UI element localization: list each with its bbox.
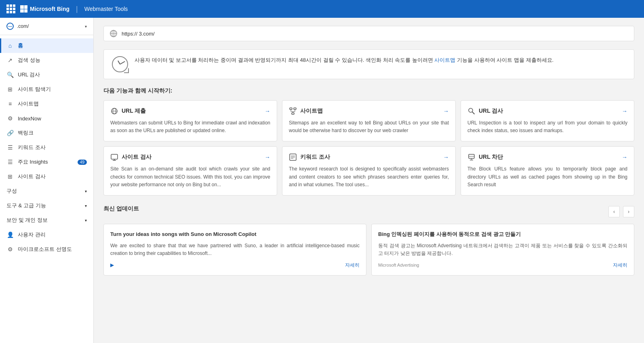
sidebar-item-search-perf-label: 검색 성능 [18,57,40,64]
search-icon: 🔍 [6,71,14,78]
updates-title: 최신 업데이트 [103,205,139,213]
get-started-section: 다음 기능과 함께 시작하기: URL 제출 → Webmasters can … [103,87,634,196]
sidebar-group-tools[interactable]: 도구 & 고급 기능 ▾ [0,198,93,213]
keyword-card-icon [289,153,297,161]
site-scan-card-title: 사이트 검사 [122,154,152,161]
update-1-link[interactable]: 자세히 [345,262,360,269]
sidebar-group-config-label: 구성 [6,187,17,195]
sidebar-item-user-mgmt-label: 사용자 관리 [18,231,46,238]
sidebar-item-url-inspect[interactable]: 🔍 URL 검사 [0,67,93,82]
sidebar-item-ms-clarity[interactable]: ⚙ 마이크로소프트 선명도 [0,242,93,257]
grid-icon: ⊞ [6,86,14,93]
update-2-link[interactable]: 자세히 [613,262,627,269]
clock-icon [112,56,128,72]
info-banner-text: 사용자 데이터 및 보고서를 처리하는 중이며 결과에 반영되기까지 최대 48… [135,56,554,65]
update-2-title: Bing 인덱싱된 페이지를 사용하여 동적으로 검색 광고 만들기 [378,231,627,238]
sidebar-item-insights[interactable]: ☰ 주요 Insights 49 [0,155,93,169]
sidebar-item-url-inspect-label: URL 검사 [18,71,40,78]
sidebar-item-ms-clarity-label: 마이크로소프트 선명도 [18,246,72,253]
app-name: Microsoft Bing [30,6,69,12]
topbar: Microsoft Bing | Webmaster Tools [0,0,644,18]
updates-nav-arrows: ‹ › [608,206,634,217]
insights-badge: 49 [78,160,87,165]
info-banner: 사용자 데이터 및 보고서를 처리하는 중이며 결과에 반영되기까지 최대 48… [103,49,634,79]
sidebar-item-search-perf[interactable]: ↗ 검색 성능 [0,53,93,67]
sidebar-item-backlinks-label: 백링크 [18,129,34,137]
update-card-1[interactable]: Turn your ideas into songs with Suno on … [103,224,366,276]
url-bar: https:// 3.com/ [103,26,634,41]
apps-icon[interactable] [6,4,15,13]
sidebar-group-config[interactable]: 구성 ▾ [0,184,93,198]
url-inspect-card-icon [467,107,476,115]
site-selector[interactable]: .com/ ▾ [0,18,93,35]
sidebar-item-site-explorer-label: 사이트 탐색기 [18,86,51,93]
update-2-source: Microsoft Advertising [378,263,419,267]
sidebar-group-security-label: 보안 및 개인 정보 [6,217,48,224]
feature-card-keyword[interactable]: 키워드 조사 → The keyword research tool is de… [282,146,456,196]
keyword-icon: ☰ [6,144,14,151]
site-scan-card-icon [110,153,118,161]
updates-section: 최신 업데이트 ‹ › Turn your ideas into songs w… [103,205,634,276]
url-block-card-desc: The Block URLs feature allows you to tem… [467,165,627,189]
indexnow-icon: ⚙ [6,115,14,122]
sidebar-nav: ⌂ 홈 ↗ 검색 성능 🔍 URL 검사 ⊞ 사이트 탐색기 ≡ 사이트맵 [0,35,93,260]
tools-chevron-icon: ▾ [85,204,87,208]
get-started-title: 다음 기능과 함께 시작하기: [103,87,634,95]
sidebar-item-backlinks[interactable]: 🔗 백링크 [0,126,93,140]
layout: .com/ ▾ ⌂ 홈 ↗ 검색 성능 🔍 URL 검사 ⊞ 사이트 탐색기 [0,18,644,343]
windows-icon [20,5,27,13]
topbar-separator: | [76,5,78,13]
site-scan-icon: ⊞ [6,173,14,180]
url-submit-title: URL 제출 [122,107,146,115]
sidebar-item-site-scan-label: 사이트 검사 [18,173,46,180]
feature-card-site-scan[interactable]: 사이트 검사 → Site Scan is an on-demand site … [103,146,277,196]
update-2-footer: Microsoft Advertising 자세히 [378,262,627,269]
site-globe-icon [6,23,14,30]
tool-name: Webmaster Tools [84,6,128,12]
url-inspect-card-arrow: → [622,108,627,114]
svg-rect-16 [111,154,118,159]
sidebar-item-indexnow-label: IndexNow [18,116,41,122]
feature-card-url-block[interactable]: URL 차단 → The Block URLs feature allows y… [461,146,634,196]
updates-prev-button[interactable]: ‹ [608,206,620,217]
sidebar-item-home-label: 홈 [18,42,23,49]
sidebar-item-sitemap-label: 사이트맵 [18,100,39,107]
sidebar-item-indexnow[interactable]: ⚙ IndexNow [0,111,93,126]
insights-icon: ☰ [6,158,14,166]
feature-card-sitemap[interactable]: 사이트맵 → Sitemaps are an excellent way to … [282,100,456,141]
url-block-card-arrow: → [622,154,627,160]
sitemap-card-arrow: → [443,108,449,114]
url-block-card-icon [467,153,476,161]
feature-cards-grid: URL 제출 → Webmasters can submit URLs to B… [103,100,634,196]
url-inspect-card-title: URL 검사 [479,107,503,115]
update-card-2[interactable]: Bing 인덱싱된 페이지를 사용하여 동적으로 검색 광고 만들기 동적 검색… [371,224,634,276]
feature-card-url-submit[interactable]: URL 제출 → Webmasters can submit URLs to B… [103,100,277,141]
sitemap-icon: ≡ [6,100,14,107]
site-scan-card-arrow: → [265,154,270,160]
sidebar-item-site-explorer[interactable]: ⊞ 사이트 탐색기 [0,82,93,97]
url-submit-icon [110,107,118,115]
svg-rect-8 [294,108,296,109]
sidebar-item-sitemap[interactable]: ≡ 사이트맵 [0,97,93,111]
sidebar-group-tools-label: 도구 & 고급 기능 [6,202,46,209]
update-1-title: Turn your ideas into songs with Suno on … [110,231,360,238]
site-selector-chevron: ▾ [85,24,87,29]
sidebar-item-home[interactable]: ⌂ 홈 [0,38,93,53]
sitemap-link[interactable]: 사이트맵 [434,57,455,63]
updates-grid: Turn your ideas into songs with Suno on … [103,224,634,276]
keyword-card-arrow: → [443,154,449,160]
sidebar: .com/ ▾ ⌂ 홈 ↗ 검색 성능 🔍 URL 검사 ⊞ 사이트 탐색기 [0,18,94,343]
update-2-desc: 동적 검색 광고는 Microsoft Advertising 네트워크에서 검… [378,242,627,257]
sidebar-item-user-mgmt[interactable]: 👤 사용자 관리 [0,227,93,242]
svg-rect-9 [292,113,294,114]
clarity-icon: ⚙ [6,246,14,253]
sidebar-item-site-scan[interactable]: ⊞ 사이트 검사 [0,169,93,184]
url-submit-desc: Webmasters can submit URLs to Bing for i… [110,119,270,135]
url-text: https:// 3.com/ [122,31,155,37]
updates-next-button[interactable]: › [623,206,634,217]
sidebar-item-keyword[interactable]: ☰ 키워드 조사 [0,140,93,155]
sidebar-group-security[interactable]: 보안 및 개인 정보 ▾ [0,213,93,227]
updates-header: 최신 업데이트 ‹ › [103,205,634,218]
sitemap-card-icon [289,107,297,115]
feature-card-url-inspection[interactable]: URL 검사 → URL Inspection is a tool to ins… [461,100,634,141]
